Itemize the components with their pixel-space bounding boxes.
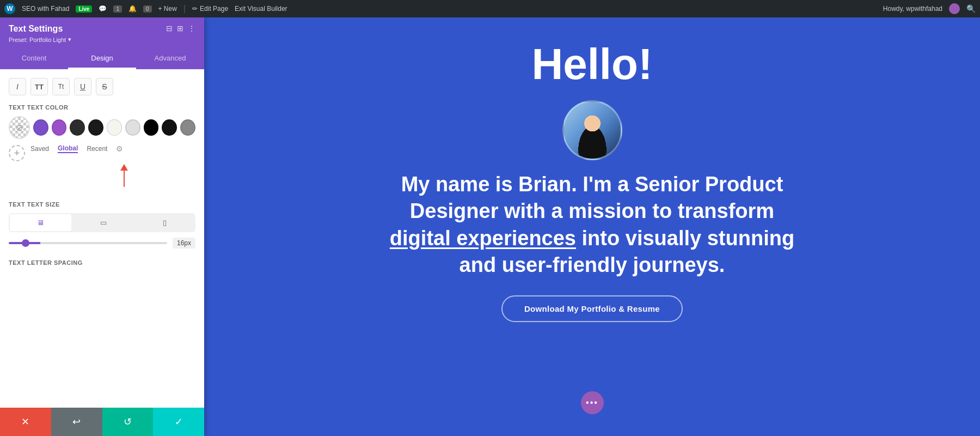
- letter-spacing-section: Text Letter Spacing: [9, 259, 195, 266]
- arrow-stem: [124, 171, 125, 187]
- live-badge: Live: [76, 5, 92, 13]
- comment-icon[interactable]: 💬: [99, 5, 107, 13]
- download-button[interactable]: Download My Portfolio & Resume: [501, 295, 683, 322]
- size-slider[interactable]: [9, 242, 167, 244]
- device-tabs: 🖥 ▭ ▯: [9, 213, 195, 232]
- tab-advanced[interactable]: Advanced: [136, 49, 204, 69]
- more-icon[interactable]: ⋮: [188, 24, 195, 33]
- more-options-button[interactable]: •••: [581, 391, 604, 414]
- color-settings-icon[interactable]: ⚙: [116, 144, 123, 153]
- tab-design[interactable]: Design: [68, 49, 136, 69]
- color-swatch-dark-gray[interactable]: [70, 119, 85, 136]
- text-color-section: Text Text Color ⊘ +: [9, 104, 195, 190]
- panel-tabs: Content Design Advanced: [0, 49, 204, 69]
- add-color-button[interactable]: +: [9, 145, 25, 161]
- color-swatch-row: ⊘: [9, 116, 195, 139]
- tab-content[interactable]: Content: [0, 49, 68, 69]
- cancel-button[interactable]: ✕: [0, 408, 51, 436]
- hero-body-text: My name is Brian. I'm a Senior Product D…: [390, 171, 794, 279]
- color-swatch-gray[interactable]: [180, 119, 195, 136]
- mobile-tab[interactable]: ▯: [134, 213, 195, 232]
- main-layout: Text Settings Preset: Portfolio Light ▾ …: [0, 17, 980, 436]
- color-swatch-light-gray[interactable]: [125, 119, 140, 136]
- hero-text-underline: digital experiences: [390, 227, 576, 250]
- cross-icon: ⊘: [16, 123, 23, 133]
- size-value: 16px: [173, 238, 195, 249]
- panel-actions: ✕ ↩ ↺ ✓: [0, 408, 204, 436]
- panel-preset[interactable]: Preset: Portfolio Light ▾: [9, 36, 71, 43]
- letter-spacing-label: Text Letter Spacing: [9, 259, 195, 266]
- edit-page-button[interactable]: ✏ Edit Page: [192, 5, 228, 13]
- color-swatch-mid-purple[interactable]: [52, 119, 67, 136]
- avatar-person-image: [564, 102, 621, 159]
- color-swatch-near-black[interactable]: [88, 119, 103, 136]
- minimize-icon[interactable]: ⊟: [166, 24, 173, 33]
- notif-icon[interactable]: 🔔: [128, 5, 137, 13]
- comment-count: 1: [113, 5, 122, 13]
- tablet-tab[interactable]: ▭: [72, 213, 134, 232]
- hero-avatar: [562, 100, 622, 160]
- user-avatar[interactable]: [949, 3, 960, 14]
- color-swatch-black2[interactable]: [162, 119, 177, 136]
- strikethrough-icon[interactable]: S: [96, 78, 113, 95]
- notif-count: 0: [143, 5, 152, 13]
- arrow-head: [120, 164, 128, 171]
- exit-builder-button[interactable]: Exit Visual Builder: [235, 5, 287, 13]
- text-size-section: Text Text Size 🖥 ▭ ▯ 16px: [9, 201, 195, 249]
- hero-text-line1: My name is Brian. I'm a Senior Product D…: [401, 173, 783, 222]
- howdy-text: Howdy, wpwithfahad: [883, 5, 942, 13]
- new-button[interactable]: + New: [158, 5, 177, 13]
- title-case-icon[interactable]: Tt: [52, 78, 70, 95]
- text-settings-panel: Text Settings Preset: Portfolio Light ▾ …: [0, 17, 204, 436]
- separator: |: [183, 4, 186, 14]
- panel-header: Text Settings Preset: Portfolio Light ▾ …: [0, 17, 204, 49]
- desktop-tab[interactable]: 🖥: [10, 214, 71, 231]
- recent-tab[interactable]: Recent: [87, 145, 107, 153]
- panel-header-icons: ⊟ ⊞ ⋮: [166, 24, 195, 33]
- text-color-label: Text Text Color: [9, 104, 195, 111]
- panel-title: Text Settings: [9, 24, 71, 34]
- panel-body: I TT Tt U S Text Text Color ⊘: [0, 69, 204, 408]
- size-slider-row: 16px: [9, 238, 195, 249]
- color-swatch-black[interactable]: [144, 119, 159, 136]
- confirm-button[interactable]: ✓: [153, 408, 204, 436]
- panel-header-info: Text Settings Preset: Portfolio Light ▾: [9, 24, 71, 43]
- expand-icon[interactable]: ⊞: [177, 24, 183, 33]
- main-canvas: Hello! My name is Brian. I'm a Senior Pr…: [204, 17, 980, 436]
- preset-chevron[interactable]: ▾: [68, 36, 71, 43]
- wordpress-logo[interactable]: W: [4, 3, 15, 14]
- italic-icon[interactable]: I: [9, 78, 26, 95]
- text-size-label: Text Text Size: [9, 201, 195, 208]
- bold-icon[interactable]: TT: [30, 78, 48, 95]
- search-icon[interactable]: 🔍: [966, 4, 976, 13]
- color-swatch-off-white[interactable]: [107, 119, 122, 136]
- underline-icon[interactable]: U: [74, 78, 91, 95]
- site-name[interactable]: SEO with Fahad: [22, 5, 69, 13]
- color-tabs-wrapper: Saved Global Recent ⚙: [30, 144, 123, 162]
- saved-tab[interactable]: Saved: [30, 145, 49, 153]
- global-tab[interactable]: Global: [58, 144, 78, 153]
- hero-title: Hello!: [531, 39, 652, 89]
- color-tabs: Saved Global Recent ⚙: [30, 144, 123, 153]
- transparent-color-swatch[interactable]: ⊘: [9, 116, 30, 139]
- admin-bar-right: Howdy, wpwithfahad 🔍: [883, 3, 976, 14]
- arrow-indicator: [52, 164, 195, 190]
- undo-button[interactable]: ↩: [51, 408, 102, 436]
- redo-button[interactable]: ↺: [102, 408, 154, 436]
- admin-bar-left: W SEO with Fahad Live 💬 1 🔔 0 + New | ✏ …: [4, 3, 877, 14]
- typography-icons: I TT Tt U S: [9, 78, 195, 95]
- admin-bar: W SEO with Fahad Live 💬 1 🔔 0 + New | ✏ …: [0, 0, 980, 17]
- color-swatch-purple[interactable]: [33, 119, 48, 136]
